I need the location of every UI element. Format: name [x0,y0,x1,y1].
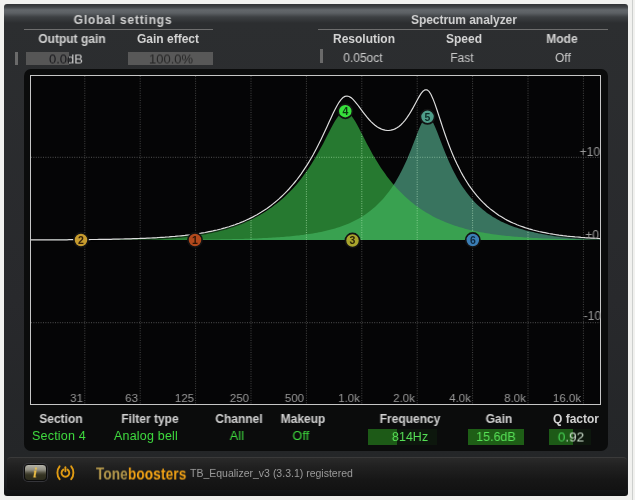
svg-text:2: 2 [78,234,84,246]
svg-text:5: 5 [425,111,431,123]
svg-text:6: 6 [470,234,476,246]
svg-text:3: 3 [350,234,356,246]
svg-text:1: 1 [192,234,198,246]
svg-text:4: 4 [342,105,348,117]
